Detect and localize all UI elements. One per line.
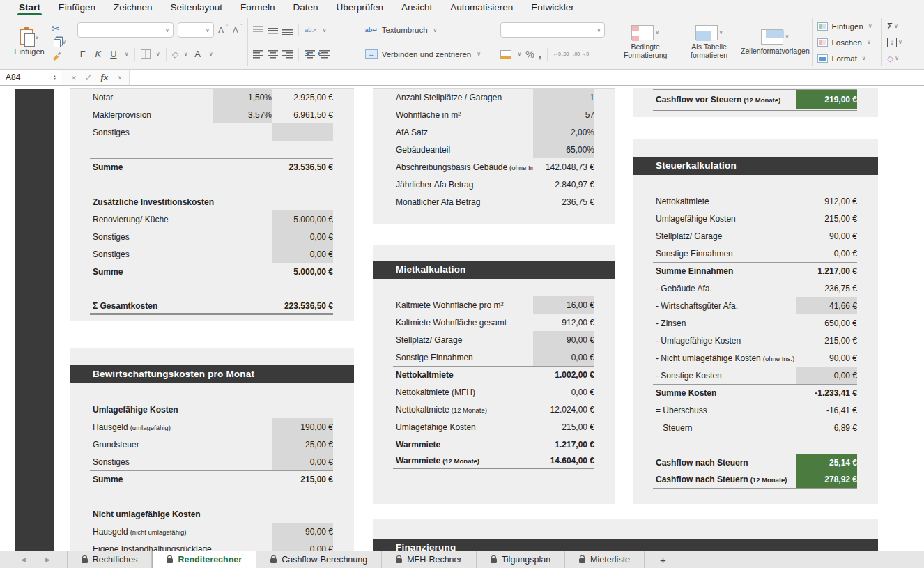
add-sheet-button[interactable]: + [645,551,682,568]
chevron-down-icon: ∨ [206,27,210,33]
next-sheet-icon[interactable]: ▶ [45,556,50,563]
value-cell[interactable] [272,123,333,141]
value-cell[interactable]: 90,00 € [533,331,594,348]
dark-column-a[interactable] [15,89,54,551]
value-cell[interactable]: 0,00 € [272,453,333,470]
align-center-icon[interactable] [268,50,278,59]
row-label: Stellplatz/ Garage [393,335,533,345]
insert-function-icon[interactable]: fx [101,72,109,83]
italic-button[interactable]: K [93,49,104,59]
borders-icon[interactable] [141,49,151,59]
format-as-table-button[interactable]: ∨ Als Tabelle formatieren [679,25,739,59]
increase-decimal-icon[interactable]: ←0 .00 [553,52,569,57]
stepper-down-icon[interactable]: ▼ [53,77,56,80]
menu-item-automatisieren[interactable]: Automatisieren [441,2,522,15]
merge-center-button[interactable]: ↔ Verbinden und zentrieren ∨ [365,44,491,65]
autosum-button[interactable]: Σ ∨ [887,20,915,33]
value-cell[interactable]: 0,00 € [796,367,857,384]
wrap-text-button[interactable]: ab↵ Textumbruch ∨ [365,20,491,40]
orientation-icon[interactable]: ab↗ [305,26,317,33]
value-cell[interactable]: 0,00 € [272,245,333,263]
enter-icon[interactable]: ✓ [85,72,93,83]
comma-style-icon[interactable]: , [539,48,541,60]
menu-item-start[interactable]: Start [10,2,49,15]
format-painter-icon[interactable] [52,51,66,61]
sheet-row: Grundsteuer25,00 € [90,436,333,453]
section-steuerkalkulation: Steuerkalkulation Nettokaltmiete912,00 €… [633,139,878,504]
percent-cell[interactable]: 1,50% [213,89,272,106]
font-size-select[interactable]: ∨ [178,22,214,38]
accounting-format-icon[interactable] [500,50,511,59]
font-color-icon[interactable]: A [192,49,203,59]
align-bottom-icon[interactable] [282,26,293,34]
name-box-stepper[interactable]: ▲ ▼ [53,75,61,80]
cut-icon[interactable]: ✂ [52,24,66,33]
sheet-tab-cashflow-berechnung[interactable]: Cashflow-Berechnung [256,551,382,568]
increase-indent-icon[interactable] [319,50,330,59]
decrease-decimal-icon[interactable]: .00 →0 [573,52,589,57]
prev-sheet-icon[interactable]: ◀ [21,556,26,563]
underline-button[interactable]: U [108,49,119,59]
copy-button[interactable]: ∨ [52,37,66,47]
align-middle-icon[interactable] [268,26,278,34]
value-cell[interactable]: 0,00 € [533,348,594,366]
menu-item-seitenlayout[interactable]: Seitenlayout [162,2,231,15]
menu-item-zeichnen[interactable]: Zeichnen [105,2,162,15]
value-cell[interactable]: 57 [533,106,594,123]
percent-cell[interactable]: 3,57% [213,106,272,123]
value-cell[interactable]: 5.000,00 € [272,210,333,228]
formula-input[interactable] [129,70,924,85]
bold-button[interactable]: F [77,49,88,59]
insert-cells-button[interactable]: Einfügen ∨ [817,20,877,33]
menu-item-formeln[interactable]: Formeln [231,2,284,15]
clear-button[interactable]: ◇ ∨ [887,52,915,66]
row-label: Umlagefähige Kosten [90,405,333,415]
sheet-tab-tilgungsplan[interactable]: Tilgungsplan [477,551,565,568]
cell-styles-button[interactable]: ∨ Zellenformatvorlagen [743,29,807,55]
value-cell[interactable]: 65,00% [533,141,594,158]
align-top-icon[interactable] [253,26,263,34]
value-cell[interactable]: 90,00 € [272,523,333,540]
align-right-icon[interactable] [282,50,293,59]
menu-item-entwickler[interactable]: Entwickler [522,2,583,15]
menu-item-einfügen[interactable]: Einfügen [49,2,105,15]
value-cell[interactable]: 1 [533,89,594,106]
menu-item-ansicht[interactable]: Ansicht [392,2,441,15]
align-left-icon[interactable] [253,50,263,59]
menu-item-überprüfen[interactable]: Überprüfen [327,2,392,15]
value-cell[interactable]: 16,00 € [533,296,594,314]
conditional-formatting-button[interactable]: ∨ Bedingte Formatierung [615,25,675,59]
shrink-font-button[interactable]: Aˇ [233,25,243,36]
excel-window: StartEinfügenZeichnenSeitenlayoutFormeln… [0,0,924,568]
sheet-tab-mieterliste[interactable]: Mieterliste [565,551,645,568]
spreadsheet-canvas[interactable]: Notar1,50%2.925,00 €Maklerprovision3,57%… [0,86,924,551]
name-box[interactable]: A84 ▲ ▼ [0,70,61,85]
sheet-tab-renditerechner[interactable]: Renditerechner [152,551,256,568]
sheet-tab-rechtliches[interactable]: Rechtliches [67,551,153,568]
value-cell[interactable]: 0,00 € [272,228,333,245]
menu-item-daten[interactable]: Daten [284,2,327,15]
percent-style-icon[interactable]: % [525,49,534,60]
decrease-indent-icon[interactable] [305,50,315,59]
value-cell[interactable]: 0,00 € [272,540,333,551]
sheet-row: AfA Satz2,00% [393,123,594,141]
format-cells-button[interactable]: Format ∨ [817,52,877,66]
sheet-tab-mfh-rechner[interactable]: MFH-Rechner [382,551,477,568]
grow-font-button[interactable]: A^ [218,25,229,36]
value-cell[interactable]: 190,00 € [272,418,333,436]
sheet-row: Sonstiges0,00 € [90,245,333,263]
cancel-icon[interactable]: × [71,72,77,83]
paste-button[interactable]: ∨ Einfügen [11,29,47,56]
font-name-select[interactable]: ∨ [77,22,174,38]
number-format-select[interactable]: ∨ [500,22,605,38]
delete-cells-button[interactable]: Löschen ∨ [817,36,877,49]
value-cell[interactable]: 25,00 € [272,436,333,453]
chevron-down-icon: ∨ [894,23,898,29]
sheet-row: Wohnfläche in m²57 [393,106,594,123]
value-cell[interactable]: 2,00% [533,123,594,141]
value-cell[interactable]: 41,66 € [796,297,857,314]
fill-color-icon[interactable]: ◇ [171,49,179,59]
row-label: Kaltmiete Wohnfläche gesamt [393,318,533,328]
row-label: Nettokaltmiete [653,197,796,206]
fill-button[interactable]: ↓ ∨ [887,36,915,49]
